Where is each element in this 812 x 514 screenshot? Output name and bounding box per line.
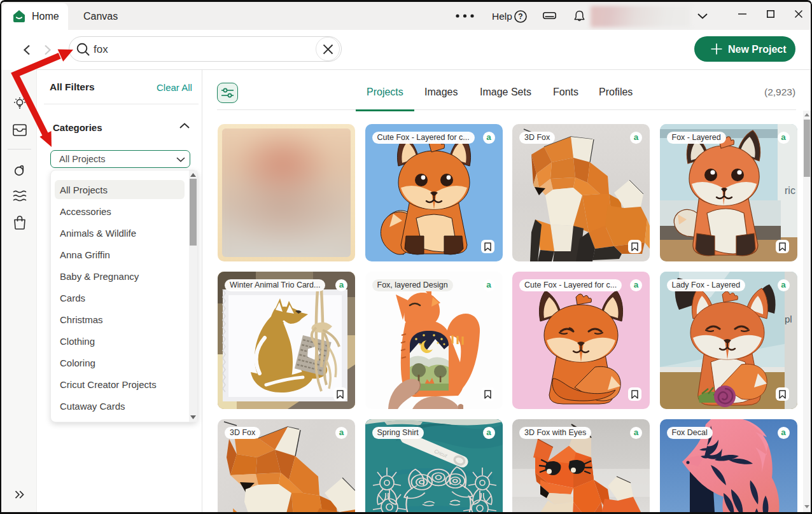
svg-text:pl: pl xyxy=(785,314,792,324)
svg-text:ric: ric xyxy=(785,185,795,196)
